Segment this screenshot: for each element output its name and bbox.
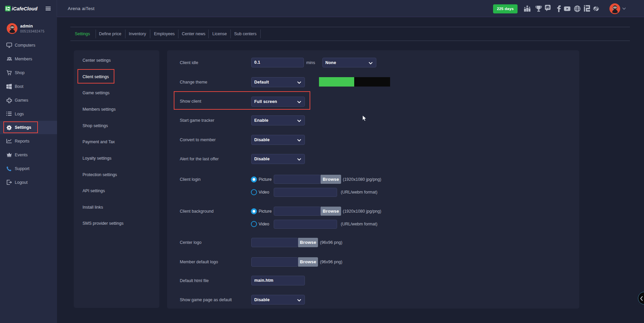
svg-text:iCafeCloud: iCafeCloud xyxy=(12,6,38,11)
